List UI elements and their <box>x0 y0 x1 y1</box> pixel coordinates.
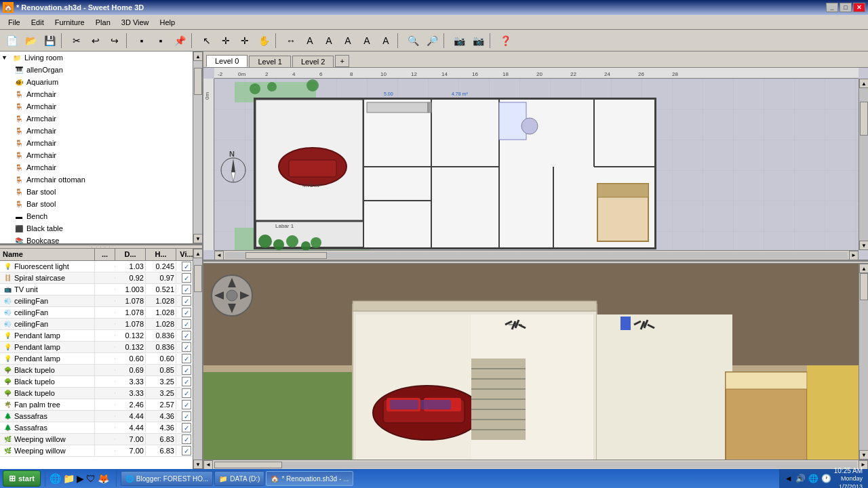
table-row[interactable]: 🌿Weeping willow 7.00 6.83 ✓ <box>0 434 202 445</box>
hscroll-right-btn[interactable]: ► <box>849 251 859 260</box>
quicklaunch-explorer[interactable]: 📁 <box>63 473 75 484</box>
toolbar-help[interactable]: ❓ <box>496 32 514 49</box>
close-button[interactable]: ✕ <box>853 3 865 12</box>
tray-time-icon[interactable]: 🕐 <box>821 474 831 483</box>
table-row[interactable]: 🌲Sassafras 4.44 4.36 ✓ <box>0 422 202 434</box>
table-row[interactable]: 🌳Black tupelo 3.33 3.25 ✓ <box>0 388 202 399</box>
3d-vscrollbar[interactable]: ▲ ▼ <box>859 264 868 460</box>
tree-item-bench[interactable]: ▬ Bench <box>0 210 193 222</box>
3d-vscroll-up[interactable]: ▲ <box>859 264 868 273</box>
tab-add-button[interactable]: + <box>335 55 349 67</box>
maximize-button[interactable]: □ <box>840 3 852 12</box>
table-scroll-up[interactable]: ▲ <box>193 249 202 258</box>
hscroll-thumb[interactable] <box>245 252 327 259</box>
tree-item-bookcase1[interactable]: 📚 Bookcase <box>0 235 193 245</box>
table-row[interactable]: 💨ceilingFan 1.078 1.028 ✓ <box>0 319 202 330</box>
toolbar-text4[interactable]: A <box>358 32 376 49</box>
col-d[interactable]: D... <box>115 249 146 260</box>
tree-item-armchair2[interactable]: 🪑 Armchair <box>0 100 193 113</box>
taskbar-item-blogger[interactable]: 🌐 Blogger: FOREST HO... <box>121 471 214 486</box>
table-row[interactable]: 💡Pendant lamp 0.60 0.60 ✓ <box>0 353 202 365</box>
table-row[interactable]: 📺TV unit 1.003 0.521 ✓ <box>0 284 202 296</box>
toolbar-text5[interactable]: A <box>377 32 395 49</box>
quicklaunch-antivirus[interactable]: 🛡 <box>86 473 96 484</box>
toolbar-new[interactable]: 📄 <box>3 32 20 49</box>
tab-level0[interactable]: Level 0 <box>206 55 248 67</box>
table-row[interactable]: 🌲Sassafras 4.44 4.36 ✓ <box>0 411 202 422</box>
tray-network[interactable]: 🌐 <box>808 474 818 483</box>
tray-arrows[interactable]: ◄ <box>785 474 793 483</box>
tree-item-aquarium[interactable]: 🐠 Aquarium <box>0 76 193 88</box>
table-row[interactable]: 🪜Spiral staircase 0.92 0.97 ✓ <box>0 272 202 284</box>
menu-help[interactable]: Help <box>155 17 181 28</box>
tree-item-armchair6[interactable]: 🪑 Armchair <box>0 149 193 161</box>
toolbar-text[interactable]: A <box>301 32 319 49</box>
toolbar-create-rooms[interactable]: ✛ <box>236 32 254 49</box>
toolbar-zoom-in[interactable]: 🔍 <box>404 32 422 49</box>
scroll-down-btn[interactable]: ▼ <box>193 234 202 243</box>
toolbar-save[interactable]: 💾 <box>41 32 58 49</box>
menu-edit[interactable]: Edit <box>26 17 50 28</box>
3d-hscrollbar[interactable]: ◄ ► <box>203 460 868 469</box>
tree-item-allenorgan[interactable]: 🎹 allenOrgan <box>0 64 193 76</box>
menu-furniture[interactable]: Furniture <box>50 17 90 28</box>
3d-hscroll-thumb[interactable] <box>214 462 282 468</box>
toolbar-open[interactable]: 📂 <box>22 32 39 49</box>
tree-item-barstool1[interactable]: 🪑 Bar stool <box>0 186 193 198</box>
toolbar-dimension[interactable]: ↔ <box>282 32 300 49</box>
col-h[interactable]: H... <box>146 249 176 260</box>
3d-hscroll-left[interactable]: ◄ <box>203 460 213 470</box>
quicklaunch-ie[interactable]: 🌐 <box>50 473 61 484</box>
minimize-button[interactable]: _ <box>826 3 838 12</box>
table-scrollbar[interactable]: ▲ ▼ <box>193 249 202 469</box>
table-row[interactable]: 🌿Weeping willow 7.00 6.83 ✓ <box>0 445 202 457</box>
quicklaunch-firefox[interactable]: 🦊 <box>98 473 109 484</box>
tree-item-blacktable[interactable]: ⬛ Black table <box>0 222 193 235</box>
tree-item-armchair3[interactable]: 🪑 Armchair <box>0 113 193 125</box>
taskbar-item-sweethome[interactable]: 🏠 * Renovation.sh3d - ... <box>266 471 353 486</box>
tree-item-armchair7[interactable]: 🪑 Armchair <box>0 161 193 174</box>
taskbar-item-data[interactable]: 📁 DATA (D:) <box>214 471 264 486</box>
menu-file[interactable]: File <box>3 17 26 28</box>
floorplan-canvas[interactable]: 4.78 m² <box>214 79 859 250</box>
tray-volume[interactable]: 🔊 <box>795 474 806 483</box>
vscroll-up-btn[interactable]: ▲ <box>859 79 868 88</box>
3d-vscroll-down[interactable]: ▼ <box>859 450 868 460</box>
tree-scrollbar[interactable]: ▲ ▼ <box>193 52 202 243</box>
table-row[interactable]: 💡Pendant lamp 0.132 0.836 ✓ <box>0 330 202 342</box>
tree-item-barstool2[interactable]: 🪑 Bar stool <box>0 198 193 210</box>
toolbar-pan[interactable]: ✋ <box>255 32 273 49</box>
plan-hscrollbar[interactable]: ◄ ► <box>214 250 859 260</box>
menu-plan[interactable]: Plan <box>90 17 116 28</box>
tab-level1[interactable]: Level 1 <box>249 56 290 67</box>
toolbar-cut[interactable]: ✂ <box>68 32 85 49</box>
vscroll-down-btn[interactable]: ▼ <box>859 241 868 250</box>
tree-root[interactable]: ▼ 📁 Living room <box>0 52 193 64</box>
tree-item-armchair4[interactable]: 🪑 Armchair <box>0 125 193 137</box>
table-row[interactable]: 💡Fluorescent light 1.03 0.245 ✓ <box>0 261 202 272</box>
quicklaunch-media[interactable]: ▶ <box>77 473 84 484</box>
3d-vscroll-thumb[interactable] <box>860 273 868 300</box>
toolbar-zoom-out[interactable]: 🔎 <box>423 32 441 49</box>
toolbar-camera1[interactable]: 📷 <box>450 32 468 49</box>
menu-3dview[interactable]: 3D View <box>116 17 155 28</box>
toolbar-redo[interactable]: ↪ <box>106 32 123 49</box>
tree-item-armchair5[interactable]: 🪑 Armchair <box>0 137 193 149</box>
table-row[interactable]: 🌳Black tupelo 0.69 0.85 ✓ <box>0 365 202 376</box>
toolbar-text3[interactable]: A <box>339 32 357 49</box>
col-dots[interactable]: ... <box>95 249 115 260</box>
toolbar-select[interactable]: ↖ <box>198 32 216 49</box>
toolbar-camera2[interactable]: 📷 <box>469 32 487 49</box>
tab-level2[interactable]: Level 2 <box>292 56 334 67</box>
toolbar-text2[interactable]: A <box>320 32 338 49</box>
toolbar-black1[interactable]: ▪ <box>133 32 151 49</box>
table-scroll-thumb[interactable] <box>194 265 202 292</box>
scroll-up-btn[interactable]: ▲ <box>193 52 202 61</box>
table-row[interactable]: 💨ceilingFan 1.078 1.028 ✓ <box>0 296 202 307</box>
toolbar-black2[interactable]: ▪ <box>152 32 170 49</box>
table-row[interactable]: 💡Pendant lamp 0.132 0.836 ✓ <box>0 342 202 353</box>
tree-item-armchair1[interactable]: 🪑 Armchair <box>0 88 193 100</box>
tree-item-armchair-ottoman[interactable]: 🪑 Armchair ottoman <box>0 174 193 186</box>
navigation-control[interactable] <box>210 274 254 318</box>
table-row[interactable]: 🌴Fan palm tree 2.46 2.57 ✓ <box>0 399 202 411</box>
